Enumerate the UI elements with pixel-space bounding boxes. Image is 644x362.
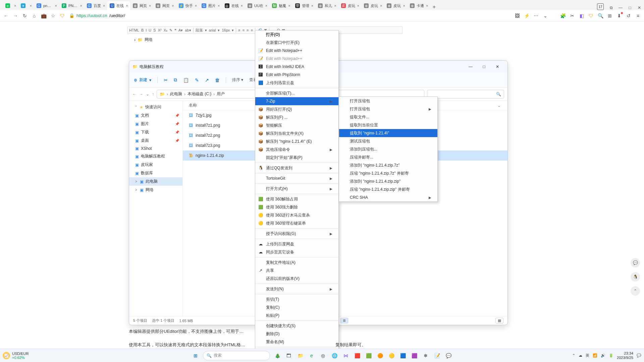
menu-item[interactable]: 压缩并邮寄...	[339, 153, 437, 161]
tray-clock[interactable]: 23:342023/9/25	[617, 351, 633, 360]
nav-item[interactable]: >▣网络	[129, 186, 182, 194]
side-wechat-icon[interactable]: 💬	[631, 258, 640, 267]
tab-close-icon[interactable]: ×	[126, 4, 128, 8]
menu-item[interactable]: 🟩使用 360强力删除	[255, 203, 338, 211]
editor-tool[interactable]: ✎	[169, 28, 172, 33]
menu-item[interactable]: 测试压缩包	[339, 137, 437, 145]
menu-item[interactable]: 打开压缩包	[339, 97, 437, 105]
copy-icon[interactable]: ⧉	[174, 77, 177, 83]
tab-close-icon[interactable]: ×	[195, 4, 197, 8]
browser-tab[interactable]: 管管理×	[292, 1, 315, 10]
share-icon[interactable]: ↗	[205, 77, 209, 83]
tab-close-icon[interactable]: ×	[426, 4, 428, 8]
taskbar-app-icon[interactable]: 🎄	[273, 352, 281, 360]
editor-tool[interactable]: ab▾	[185, 28, 191, 33]
window-close-button[interactable]: ✕	[491, 64, 504, 69]
taskbar-ps-icon[interactable]: 🟪	[410, 352, 418, 360]
menu-item[interactable]: 7-Zip▶	[255, 97, 338, 105]
nav-item[interactable]: ▣电脑解压教程	[129, 152, 182, 161]
taskbar-app-icon[interactable]: e	[308, 352, 316, 360]
browser-tab[interactable]: ⊕和儿×	[315, 1, 338, 10]
menu-item[interactable]: 🟡使用 360管理右键菜单	[255, 219, 338, 227]
tab-close-icon[interactable]: ×	[103, 4, 105, 8]
menu-item[interactable]: 授予访问权限(G)▶	[255, 230, 338, 238]
window-maximize-button[interactable]: □	[477, 64, 491, 69]
editor-tool[interactable]: X²	[158, 28, 162, 32]
tray-wifi-icon[interactable]: 📶	[593, 353, 597, 358]
tab-close-icon[interactable]: ×	[80, 4, 82, 8]
tab-close-icon[interactable]: ×	[265, 4, 267, 8]
tray-onedrive-icon[interactable]: ☁	[579, 353, 582, 358]
url-field[interactable]: 🔒 https://uutool.cn/ueditor/	[69, 13, 511, 18]
browser-tab[interactable]: Gpng转×	[34, 1, 59, 10]
menu-item[interactable]: 提取到当前位置	[339, 121, 437, 129]
tab-close-icon[interactable]: ×	[14, 4, 16, 8]
split-icon[interactable]: ⧉	[606, 5, 616, 10]
editor-tool[interactable]: ▾	[232, 28, 234, 33]
ext-shield2-icon[interactable]: 🛡	[588, 13, 594, 18]
browser-tab[interactable]: G图片×	[199, 1, 222, 10]
tab-close-icon[interactable]: ×	[380, 4, 382, 8]
browser-tab[interactable]: ⊕网页×	[153, 1, 176, 10]
menu-item[interactable]: 重命名(M)	[255, 338, 338, 346]
browser-tab[interactable]: ◎在线×	[222, 1, 245, 10]
taskbar-vs-icon[interactable]: ⋈	[342, 352, 350, 360]
menu-item[interactable]: ☁上传到百度网盘	[255, 240, 338, 248]
browser-tab[interactable]: ✈×	[18, 1, 34, 10]
menu-item[interactable]: 🟩使用 360解除占用	[255, 195, 338, 203]
nav-briefcase-icon[interactable]: 💼	[41, 13, 46, 18]
menu-item[interactable]: 剪切(T)	[255, 295, 338, 303]
menu-item[interactable]: 🐧通过QQ发送到▶	[255, 164, 338, 172]
menu-item[interactable]: 压缩 "nginx-1.21.4.zip.zip" 并邮寄	[339, 185, 437, 193]
menu-item[interactable]: 复制文件地址(A)	[255, 258, 338, 266]
editor-tool[interactable]: 段落	[196, 28, 203, 33]
menu-item[interactable]: 在新窗口中打开(E)	[255, 39, 338, 47]
menu-item[interactable]: 📦其他压缩命令▶	[255, 145, 338, 154]
tray-battery-icon[interactable]: 🔋	[609, 353, 613, 358]
tray-notification-icon[interactable]: 💬	[637, 353, 641, 358]
menu-item[interactable]: 📝Edit with Notepad++	[255, 47, 338, 55]
menu-item[interactable]: 固定到"开始"屏幕(P)	[255, 154, 338, 162]
nav-item[interactable]: ▣数据库	[129, 169, 182, 177]
menu-item[interactable]: 📦用好压打开(Q)	[255, 105, 338, 113]
menu-item[interactable]: TortoiseGit▶	[255, 174, 338, 182]
taskbar-app-icon[interactable]: ◎	[319, 352, 327, 360]
taskbar-explorer-icon[interactable]: 📁	[296, 352, 304, 360]
tab-close-icon[interactable]: ×	[172, 4, 174, 8]
nav-reload-icon[interactable]: ↻	[22, 13, 28, 18]
loc-back-icon[interactable]: ←	[132, 92, 137, 97]
editor-tool[interactable]: HTML	[129, 28, 139, 32]
browser-tab[interactable]: ⊕皮玩×	[361, 1, 384, 10]
new-tab-button[interactable]: +	[430, 4, 438, 10]
menu-item[interactable]: 复制(C)	[255, 303, 338, 311]
ext-undo-icon[interactable]: ↺	[626, 13, 631, 18]
editor-tool[interactable]: ▾	[218, 28, 220, 33]
menu-item[interactable]: 添加到压缩包...	[339, 145, 437, 153]
editor-tool[interactable]: ≡	[251, 28, 253, 32]
tab-close-icon[interactable]: ×	[30, 4, 32, 8]
nav-item[interactable]: ▣皮玩家	[129, 161, 182, 169]
taskbar-terminal-icon[interactable]: 🟦	[399, 352, 407, 360]
new-button[interactable]: ⊕新建▾	[134, 77, 151, 83]
ext-chevron-icon[interactable]: ⌄	[543, 13, 548, 18]
editor-tool[interactable]: ≡	[238, 28, 240, 32]
browser-tab[interactable]: U在线×	[107, 1, 130, 10]
menu-item[interactable]: 提取文件...	[339, 113, 437, 121]
window-minimize-button[interactable]: —	[616, 5, 625, 10]
menu-item[interactable]: 添加到 "nginx-1.21.4.zip.zip"	[339, 177, 437, 185]
tray-chevron-icon[interactable]: ⌃	[572, 353, 575, 358]
menu-item[interactable]: 还原以前的版本(V)	[255, 275, 338, 283]
menu-item[interactable]: CRC SHA▶	[339, 193, 437, 201]
nav-item[interactable]: >▣此电脑	[129, 177, 182, 186]
menu-item[interactable]: 创建快捷方式(S)	[255, 322, 338, 330]
taskbar-app-icon[interactable]: 🟠	[376, 352, 384, 360]
menu-item[interactable]: 🅿Edit with PhpStorm	[255, 71, 338, 79]
nav-shield-icon[interactable]: 🛡	[60, 13, 65, 18]
window-minimize-button[interactable]: —	[464, 64, 477, 69]
explorer-search[interactable]: 🔍	[427, 90, 504, 99]
cut-icon[interactable]: ✂	[164, 77, 168, 83]
paste-icon[interactable]: 📋	[183, 77, 189, 83]
menu-item[interactable]: 压缩 "nginx-1.21.4.zip.7z" 并邮寄	[339, 169, 437, 177]
editor-tool[interactable]: A▾	[178, 28, 183, 33]
taskbar-app-icon[interactable]: 📝	[433, 352, 441, 360]
